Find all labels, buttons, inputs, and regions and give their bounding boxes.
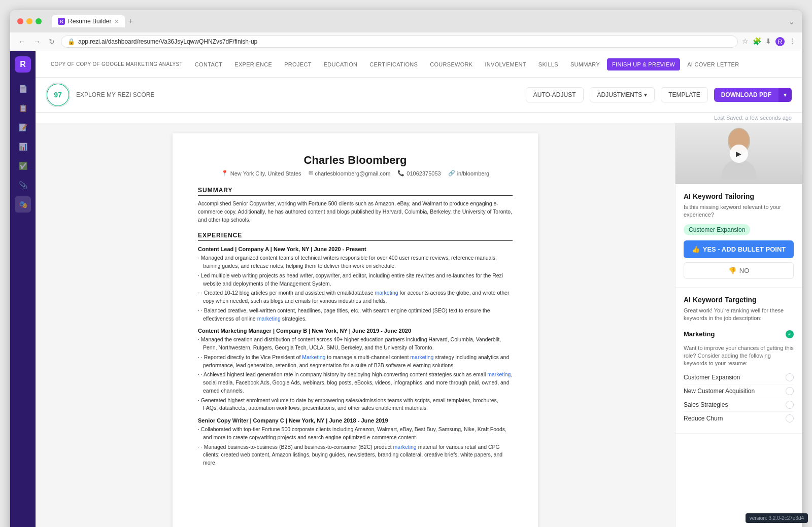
nav-item-involvement[interactable]: INVOLVEMENT [480, 58, 531, 71]
url-text: app.rezi.ai/dashboard/resume/Va36JsyLqww… [78, 38, 257, 45]
sales-strategies-circle [786, 401, 794, 409]
new-tab-button[interactable]: + [128, 17, 132, 26]
job-title-3: Senior Copy Writer | Company C | New Yor… [198, 417, 513, 424]
no-btn-label: NO [739, 267, 750, 274]
sidebar: R 📄 📋 📝 📊 ✅ 📎 🎭 ⚡ Upgrade 💬 [10, 51, 36, 527]
bookmark-icon[interactable]: ☆ [742, 37, 749, 46]
nav-item-education[interactable]: EDUCATION [319, 58, 363, 71]
keyword-marketing-6[interactable]: marketing [393, 444, 417, 450]
no-button[interactable]: 👎 NO [684, 262, 794, 279]
download-caret-button[interactable]: ▾ [779, 88, 792, 102]
nav-item-project[interactable]: PROJECT [279, 58, 316, 71]
bullet-1-1: Managed and organized content teams of t… [198, 254, 513, 270]
address-bar: ← → ↻ 🔒 app.rezi.ai/dashboard/resume/Va3… [10, 32, 802, 51]
extensions-icon[interactable]: 🧩 [753, 37, 761, 46]
keyword-marketing-1[interactable]: marketing [375, 290, 398, 296]
tailoring-keyword-badge: Customer Expansion [684, 224, 750, 235]
toolbar: 97 EXPLORE MY REZI SCORE AUTO-ADJUST ADJ… [36, 78, 802, 113]
adjustments-chevron-icon: ▾ [644, 91, 647, 98]
nav-item-certifications[interactable]: CERTIFICATIONS [364, 58, 423, 71]
resume-section: Charles Bloomberg 📍 New York City, Unite… [36, 123, 675, 527]
download-group: DOWNLOAD PDF ▾ [714, 88, 792, 102]
bullet-2-1: Managed the creation and distribution of… [198, 336, 513, 352]
sidebar-icon-check[interactable]: ✅ [15, 158, 31, 174]
linkedin-icon: 🔗 [448, 170, 455, 177]
tab-close-icon[interactable]: ✕ [114, 18, 119, 25]
last-saved-text: Last Saved: a few seconds ago [36, 113, 802, 123]
targeting-reduce-churn: Reduce Churn [684, 412, 794, 425]
sidebar-icon-analytics[interactable]: 📊 [15, 138, 31, 155]
nav-item-ai-cover[interactable]: AI COVER LETTER [682, 58, 744, 71]
content-area: Charles Bloomberg 📍 New York City, Unite… [36, 123, 802, 527]
minimize-button[interactable] [26, 18, 32, 24]
resume-location: 📍 New York City, United States [221, 170, 301, 177]
keyword-marketing-5[interactable]: marketing [487, 371, 511, 377]
nav-item-finish-up[interactable]: FINISH UP & PREVIEW [607, 58, 680, 71]
summary-text: Accomplished Senior Copywriter, working … [198, 200, 513, 224]
forward-button[interactable]: → [31, 37, 43, 47]
tailoring-title: AI Keyword Tailoring [684, 192, 794, 200]
template-button[interactable]: TEMPLATE [661, 87, 707, 102]
email-icon: ✉ [309, 170, 313, 177]
bullet-1-2: Led multiple web writing projects as hea… [198, 272, 513, 288]
nav-item-coursework[interactable]: COURSEWORK [425, 58, 478, 71]
targeting-subtitle: Great work! You're ranking well for thes… [684, 307, 794, 323]
sales-strategies-label: Sales Strategies [684, 401, 728, 408]
nav-item-summary[interactable]: SUMMARY [565, 58, 605, 71]
play-button[interactable]: ▶ [730, 145, 748, 163]
right-panel: ▶ AI Keyword Tailoring Is this missing k… [675, 123, 802, 527]
avatar-section: ▶ [675, 123, 802, 184]
explore-score-button[interactable]: EXPLORE MY REZI SCORE [76, 91, 154, 98]
adjustments-button[interactable]: ADJUSTMENTS ▾ [590, 87, 655, 102]
sidebar-icon-documents[interactable]: 📋 [15, 100, 31, 116]
keyword-marketing-4[interactable]: marketing [410, 354, 433, 360]
thumbs-up-icon: 👍 [692, 245, 700, 253]
customer-expansion-label: Customer Expansion [684, 374, 740, 381]
profile-icon[interactable]: R [775, 37, 785, 46]
bullet-1-4: · Balanced creative, well-written conten… [198, 307, 513, 323]
nav-item-experience[interactable]: EXPERIENCE [229, 58, 277, 71]
back-button[interactable]: ← [16, 37, 27, 47]
auto-adjust-button[interactable]: AUTO-ADJUST [526, 87, 584, 102]
reduce-churn-label: Reduce Churn [684, 415, 723, 422]
bullet-3-2: · Managed business-to-business (B2B) and… [198, 443, 513, 467]
download-pdf-button[interactable]: DOWNLOAD PDF [714, 88, 779, 102]
bullet-2-4: Generated highest enrolment volume to da… [198, 397, 513, 413]
resume-contact: 📍 New York City, United States ✉ charles… [198, 170, 513, 177]
active-tab[interactable]: R Resume Builder ✕ [52, 15, 125, 27]
sidebar-icon-new-resume[interactable]: 📄 [15, 81, 31, 97]
marketing-check-icon: ✓ [786, 330, 794, 338]
resume-email: ✉ charlesbloomberg@gmail.com [309, 170, 391, 177]
main-content: COPY OF COPY OF GOOGLE MARKETING ANALYST… [36, 51, 802, 527]
customer-expansion-circle [786, 373, 794, 381]
nav-item-copy[interactable]: COPY OF COPY OF GOOGLE MARKETING ANALYST [46, 58, 188, 70]
maximize-button[interactable] [36, 18, 42, 24]
nav-item-contact[interactable]: CONTACT [190, 58, 227, 71]
close-button[interactable] [17, 18, 23, 24]
menu-icon[interactable]: ⋮ [789, 37, 796, 46]
sidebar-icon-attachments[interactable]: 📎 [15, 177, 31, 193]
keyword-tailoring-section: AI Keyword Tailoring Is this missing key… [675, 184, 802, 288]
job-title-2: Content Marketing Manager | Company B | … [198, 328, 513, 334]
tailoring-subtitle: Is this missing keyword relevant to your… [684, 203, 794, 219]
top-navigation: COPY OF COPY OF GOOGLE MARKETING ANALYST… [36, 51, 802, 78]
sidebar-icon-edit[interactable]: 📝 [15, 119, 31, 135]
app-container: R 📄 📋 📝 📊 ✅ 📎 🎭 ⚡ Upgrade 💬 COPY OF COPY… [10, 51, 802, 527]
url-bar[interactable]: 🔒 app.rezi.ai/dashboard/resume/Va36JsyLq… [61, 36, 738, 48]
keyword-marketing-3[interactable]: Marketing [302, 354, 325, 360]
resume-paper: Charles Bloomberg 📍 New York City, Unite… [173, 133, 538, 527]
sidebar-logo[interactable]: R [15, 56, 31, 73]
yes-add-bullet-button[interactable]: 👍 YES - ADD BULLET POINT [684, 240, 794, 258]
targeting-customer-expansion: Customer Expansion [684, 371, 794, 384]
download-icon[interactable]: ⬇ [765, 37, 771, 46]
reload-button[interactable]: ↻ [47, 37, 57, 47]
sidebar-icon-avatar[interactable]: 🎭 [15, 196, 31, 213]
experience-title: EXPERIENCE [198, 232, 513, 241]
new-customer-circle [786, 387, 794, 395]
nav-item-skills[interactable]: SKILLS [533, 58, 563, 71]
resume-linkedin: 🔗 in/bloomberg [448, 170, 490, 177]
keyword-targeting-section: AI Keyword Targeting Great work! You're … [675, 288, 802, 434]
traffic-lights [17, 18, 42, 24]
browser-window: R Resume Builder ✕ + ⌄ ← → ↻ 🔒 app.rezi.… [10, 10, 802, 527]
keyword-marketing-2[interactable]: marketing [257, 315, 281, 322]
